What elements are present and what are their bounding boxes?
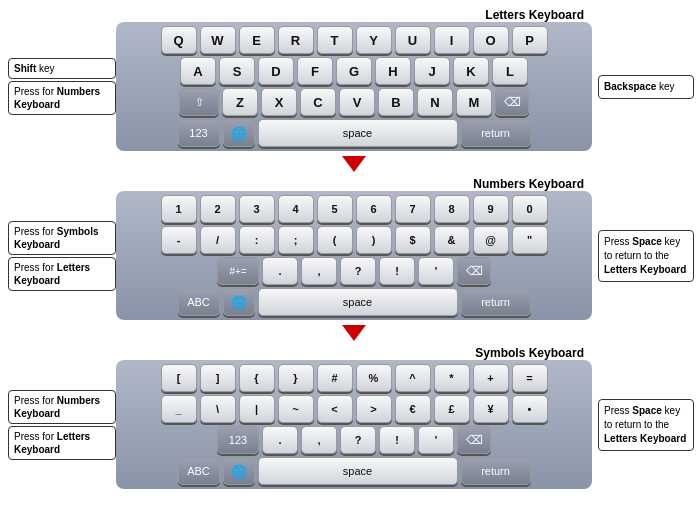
key-space-numbers[interactable]: space: [258, 288, 458, 316]
key-g[interactable]: G: [336, 57, 372, 85]
key-7[interactable]: 7: [395, 195, 431, 223]
key-underscore[interactable]: _: [161, 395, 197, 423]
key-apos-s[interactable]: ': [418, 426, 454, 454]
key-tilde[interactable]: ~: [278, 395, 314, 423]
key-yen[interactable]: ¥: [473, 395, 509, 423]
key-rcurly[interactable]: }: [278, 364, 314, 392]
key-r[interactable]: R: [278, 26, 314, 54]
key-gt[interactable]: >: [356, 395, 392, 423]
key-space-letters[interactable]: space: [258, 119, 458, 147]
key-period-n[interactable]: .: [262, 257, 298, 285]
key-pipe[interactable]: |: [239, 395, 275, 423]
shift-key-label: Shift key: [8, 58, 116, 79]
key-z[interactable]: Z: [222, 88, 258, 116]
key-lcurly[interactable]: {: [239, 364, 275, 392]
key-123-letters[interactable]: 123: [178, 119, 220, 147]
symbols-row-3: 123 . , ? ! ' ⌫: [120, 426, 588, 454]
key-y[interactable]: Y: [356, 26, 392, 54]
arrow-2: [8, 324, 692, 342]
key-d[interactable]: D: [258, 57, 294, 85]
key-s[interactable]: S: [219, 57, 255, 85]
key-lt[interactable]: <: [317, 395, 353, 423]
key-m[interactable]: M: [456, 88, 492, 116]
key-plus[interactable]: +: [473, 364, 509, 392]
key-dollar[interactable]: $: [395, 226, 431, 254]
key-question-s[interactable]: ?: [340, 426, 376, 454]
key-e[interactable]: E: [239, 26, 275, 54]
key-globe-numbers[interactable]: 🌐: [223, 288, 255, 316]
key-comma-s[interactable]: ,: [301, 426, 337, 454]
key-6[interactable]: 6: [356, 195, 392, 223]
key-return-symbols[interactable]: return: [461, 457, 531, 485]
key-apos-n[interactable]: ': [418, 257, 454, 285]
symbols-left-labels: Press for Numbers Keyboard Press for Let…: [8, 390, 116, 460]
key-hash[interactable]: #: [317, 364, 353, 392]
key-l[interactable]: L: [492, 57, 528, 85]
key-backspace-n[interactable]: ⌫: [457, 257, 491, 285]
key-lbracket[interactable]: [: [161, 364, 197, 392]
key-o[interactable]: O: [473, 26, 509, 54]
key-k[interactable]: K: [453, 57, 489, 85]
key-colon[interactable]: :: [239, 226, 275, 254]
key-b[interactable]: B: [378, 88, 414, 116]
key-lparen[interactable]: (: [317, 226, 353, 254]
key-x[interactable]: X: [261, 88, 297, 116]
key-w[interactable]: W: [200, 26, 236, 54]
key-9[interactable]: 9: [473, 195, 509, 223]
key-bullet[interactable]: •: [512, 395, 548, 423]
key-1[interactable]: 1: [161, 195, 197, 223]
key-exclaim-n[interactable]: !: [379, 257, 415, 285]
key-percent[interactable]: %: [356, 364, 392, 392]
key-euro[interactable]: €: [395, 395, 431, 423]
key-3[interactable]: 3: [239, 195, 275, 223]
key-n[interactable]: N: [417, 88, 453, 116]
key-minus[interactable]: -: [161, 226, 197, 254]
key-space-symbols[interactable]: space: [258, 457, 458, 485]
key-sym-numbers[interactable]: #+=: [217, 257, 259, 285]
key-4[interactable]: 4: [278, 195, 314, 223]
key-h[interactable]: H: [375, 57, 411, 85]
key-question-n[interactable]: ?: [340, 257, 376, 285]
key-f[interactable]: F: [297, 57, 333, 85]
key-return-numbers[interactable]: return: [461, 288, 531, 316]
key-period-s[interactable]: .: [262, 426, 298, 454]
key-quote[interactable]: ": [512, 226, 548, 254]
key-globe-symbols[interactable]: 🌐: [223, 457, 255, 485]
key-slash[interactable]: /: [200, 226, 236, 254]
key-abc-numbers[interactable]: ABC: [178, 288, 220, 316]
key-rbracket[interactable]: ]: [200, 364, 236, 392]
key-j[interactable]: J: [414, 57, 450, 85]
key-v[interactable]: V: [339, 88, 375, 116]
key-backslash[interactable]: \: [200, 395, 236, 423]
key-p[interactable]: P: [512, 26, 548, 54]
key-star[interactable]: *: [434, 364, 470, 392]
key-pound[interactable]: £: [434, 395, 470, 423]
key-123-symbols[interactable]: 123: [217, 426, 259, 454]
key-q[interactable]: Q: [161, 26, 197, 54]
key-backspace-s[interactable]: ⌫: [457, 426, 491, 454]
key-at[interactable]: @: [473, 226, 509, 254]
key-backspace[interactable]: ⌫: [495, 88, 529, 116]
key-caret[interactable]: ^: [395, 364, 431, 392]
key-equals[interactable]: =: [512, 364, 548, 392]
key-shift[interactable]: ⇧: [179, 88, 219, 116]
key-comma-n[interactable]: ,: [301, 257, 337, 285]
key-rparen[interactable]: ): [356, 226, 392, 254]
press-symbols-label: Press for Symbols Keyboard: [8, 221, 116, 255]
key-a[interactable]: A: [180, 57, 216, 85]
key-abc-symbols[interactable]: ABC: [178, 457, 220, 485]
key-exclaim-s[interactable]: !: [379, 426, 415, 454]
key-5[interactable]: 5: [317, 195, 353, 223]
key-globe-letters[interactable]: 🌐: [223, 119, 255, 147]
key-8[interactable]: 8: [434, 195, 470, 223]
key-amp[interactable]: &: [434, 226, 470, 254]
key-semicolon[interactable]: ;: [278, 226, 314, 254]
key-0[interactable]: 0: [512, 195, 548, 223]
key-return-letters[interactable]: return: [461, 119, 531, 147]
key-2[interactable]: 2: [200, 195, 236, 223]
key-c[interactable]: C: [300, 88, 336, 116]
key-u[interactable]: U: [395, 26, 431, 54]
key-i[interactable]: I: [434, 26, 470, 54]
letters-row-4: 123 🌐 space return: [120, 119, 588, 147]
key-t[interactable]: T: [317, 26, 353, 54]
